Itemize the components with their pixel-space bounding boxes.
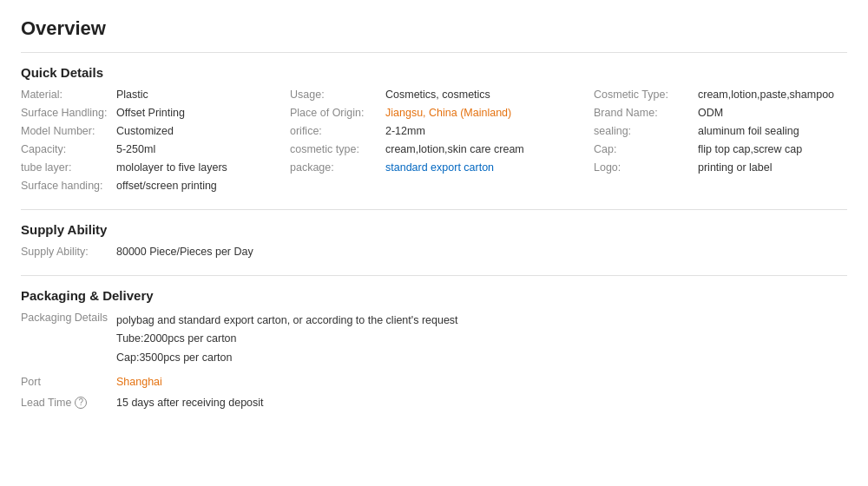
empty-value-1 (385, 180, 594, 192)
place-of-origin-value[interactable]: Jiangsu, China (Mainland) (385, 107, 594, 119)
packaging-details-value: polybag and standard export carton, or a… (116, 312, 847, 367)
orifice-value: 2-12mm (385, 125, 594, 137)
supply-ability-label: Supply Ability: (21, 246, 116, 258)
leadtime-value: 15 days after receiving deposit (116, 397, 847, 409)
material-label: Material: (21, 89, 116, 101)
supply-divider (21, 275, 847, 276)
surface-handling-value: Offset Printing (116, 107, 290, 119)
leadtime-help-icon[interactable]: ? (75, 397, 87, 409)
material-value: Plastic (116, 89, 290, 101)
tube-layer-label: tube layer: (21, 161, 116, 174)
brand-name-value: ODM (698, 107, 847, 119)
supply-ability-section: Supply Ability Supply Ability: 80000 Pie… (21, 222, 847, 258)
supply-ability-value: 80000 Piece/Pieces per Day (116, 246, 847, 258)
leadtime-label-container: Lead Time ? (21, 397, 116, 409)
usage-label: Usage: (290, 89, 385, 101)
packaging-line-2: Tube:2000pcs per carton (116, 332, 237, 345)
cosmetic-type2-value: cream,lotion,skin care cream (385, 143, 594, 155)
capacity-label: Capacity: (21, 143, 116, 155)
sealing-value: aluminum foil sealing (698, 125, 847, 137)
cosmetic-type2-label: cosmetic type: (290, 143, 385, 155)
quick-details-divider (21, 209, 847, 210)
quick-details-section: Quick Details Material: Plastic Usage: C… (21, 65, 847, 192)
packaging-delivery-title: Packaging & Delivery (21, 288, 847, 303)
supply-grid: Supply Ability: 80000 Piece/Pieces per D… (21, 246, 847, 258)
packaging-details-label: Packaging Details (21, 312, 116, 367)
leadtime-label-text: Lead Time (21, 397, 71, 409)
port-label: Port (21, 376, 116, 388)
surface-handling-label: Surface Handling: (21, 107, 116, 119)
cosmetic-type-value: cream,lotion,paste,shampoo (698, 89, 847, 101)
capacity-value: 5-250ml (116, 143, 290, 155)
model-number-label: Model Number: (21, 125, 116, 137)
empty-label-2 (594, 180, 698, 192)
surface-handing-label: Surface handing: (21, 180, 116, 192)
orifice-label: orifice: (290, 125, 385, 137)
packaging-line-3: Cap:3500pcs per carton (116, 351, 232, 364)
cosmetic-type-label: Cosmetic Type: (594, 89, 698, 101)
usage-value: Cosmetics, cosmetics (385, 89, 594, 101)
brand-name-label: Brand Name: (594, 107, 698, 119)
quick-details-grid: Material: Plastic Usage: Cosmetics, cosm… (21, 89, 847, 192)
quick-details-title: Quick Details (21, 65, 847, 80)
cap-label: Cap: (594, 143, 698, 155)
package-label: package: (290, 161, 385, 174)
title-divider (21, 52, 847, 53)
logo-value: printing or label (698, 161, 847, 174)
page-title: Overview (21, 17, 847, 40)
logo-label: Logo: (594, 161, 698, 174)
supply-ability-title: Supply Ability (21, 222, 847, 237)
surface-handing-value: offset/screen printing (116, 180, 290, 192)
port-value[interactable]: Shanghai (116, 376, 847, 388)
packaging-grid: Packaging Details polybag and standard e… (21, 312, 847, 409)
packaging-delivery-section: Packaging & Delivery Packaging Details p… (21, 288, 847, 409)
packaging-line-1: polybag and standard export carton, or a… (116, 314, 458, 326)
package-value[interactable]: standard export carton (385, 161, 594, 174)
model-number-value: Customized (116, 125, 290, 137)
empty-label-1 (290, 180, 385, 192)
tube-layer-value: mololayer to five layers (116, 161, 290, 174)
empty-value-2 (698, 180, 847, 192)
sealing-label: sealing: (594, 125, 698, 137)
cap-value: flip top cap,screw cap (698, 143, 847, 155)
place-of-origin-label: Place of Origin: (290, 107, 385, 119)
